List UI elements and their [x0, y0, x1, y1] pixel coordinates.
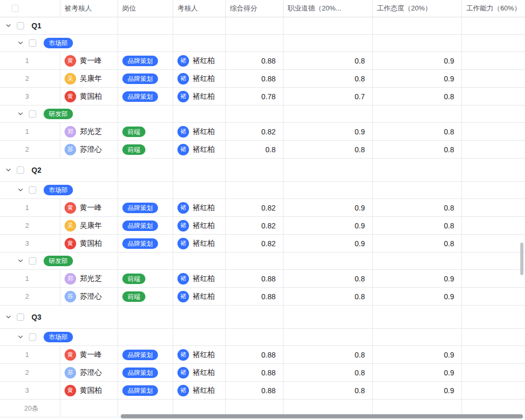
row-index: 3: [4, 239, 29, 247]
score-cell: 0.82: [226, 123, 284, 140]
table-row[interactable]: 3黄黄国柏品牌策划褚褚红柏0.780.70.8: [0, 88, 525, 106]
table-row[interactable]: 2苏苏澄心前端褚褚红柏0.880.80.9: [0, 288, 525, 306]
assessee-name: 吴康年: [80, 221, 102, 230]
header-cell-ethics[interactable]: 职业道德（20%...: [284, 0, 373, 17]
assessee-name: 黄国柏: [80, 386, 102, 395]
assessor-name: 褚红柏: [193, 350, 215, 360]
assessee-cell: 黄黄国柏: [60, 88, 118, 105]
header-cell-position[interactable]: 岗位: [118, 0, 173, 17]
empty-cell: [226, 182, 284, 198]
empty-cell: [284, 329, 373, 345]
ethics-cell: 0.9: [284, 217, 373, 234]
score-cell: 0.8: [226, 141, 284, 158]
chevron-down-icon[interactable]: [17, 258, 24, 264]
table-row[interactable]: 2苏苏澄心品牌策划褚褚红柏0.880.80.9: [0, 364, 525, 382]
attitude-cell: 0.8: [373, 88, 462, 105]
table-row[interactable]: 1黄黄一峰品牌策划褚褚红柏0.820.90.8: [0, 199, 525, 217]
position-badge: 品牌策划: [122, 238, 158, 249]
ethics-cell: 0.8: [284, 364, 373, 381]
table-row[interactable]: 2苏苏澄心前端褚褚红柏0.80.80.8: [0, 141, 525, 159]
empty-cell: [173, 17, 226, 34]
ethics-cell: 0.9: [284, 199, 373, 216]
assessor-cell: 褚褚红柏: [173, 364, 226, 381]
chevron-down-icon[interactable]: [5, 314, 12, 320]
table-row[interactable]: 2吴吴康年品牌策划褚褚红柏0.880.80.9: [0, 70, 525, 88]
row-index-cell: 1: [0, 270, 60, 287]
header-cell-score[interactable]: 综合得分: [226, 0, 284, 17]
row-checkbox[interactable]: [29, 186, 36, 194]
table-row[interactable]: 3黄黄国柏品牌策划褚褚红柏0.880.80.9: [0, 382, 525, 400]
header-cell-assessor[interactable]: 考核人: [173, 0, 226, 17]
row-checkbox[interactable]: [29, 333, 36, 341]
assessor-cell: 褚褚红柏: [173, 52, 226, 69]
row-index: 1: [4, 275, 29, 282]
ability-cell: [462, 199, 525, 216]
table-row[interactable]: 2吴吴康年品牌策划褚褚红柏0.820.90.8: [0, 217, 525, 235]
chevron-down-icon[interactable]: [17, 111, 24, 117]
ability-cell: [462, 382, 525, 399]
assessee-cell: 黄黄国柏: [60, 382, 118, 399]
avatar: 黄: [65, 238, 76, 249]
position-badge: 前端: [122, 144, 145, 155]
row-index-cell: 2: [0, 141, 60, 158]
column-label: 考核人: [177, 4, 198, 13]
horizontal-scrollbar[interactable]: [121, 414, 523, 418]
table-row[interactable]: 1郑郑光芝前端褚褚红柏0.880.80.9: [0, 270, 525, 288]
avatar: 褚: [177, 238, 189, 249]
group-cell: 市场部: [0, 182, 118, 198]
table-row[interactable]: 3黄黄国柏品牌策划褚褚红柏0.820.90.8: [0, 235, 525, 253]
assessee-cell: 苏苏澄心: [60, 141, 118, 158]
position-cell: 品牌策划: [118, 346, 173, 363]
chevron-down-icon[interactable]: [17, 40, 24, 46]
row-checkbox[interactable]: [17, 166, 24, 174]
select-all-checkbox[interactable]: [12, 5, 19, 12]
assessor-name: 褚红柏: [193, 221, 215, 230]
ethics-cell: 0.8: [284, 382, 373, 399]
chevron-down-icon[interactable]: [17, 187, 24, 193]
group-cell: Q1: [0, 17, 118, 34]
assessor-cell: 褚褚红柏: [173, 235, 226, 252]
ethics-cell: 0.8: [284, 70, 373, 87]
row-checkbox[interactable]: [29, 257, 36, 265]
table-row[interactable]: 1郑郑光芝前端褚褚红柏0.820.90.8: [0, 123, 525, 141]
avatar: 褚: [177, 291, 189, 302]
assessor-cell: 褚褚红柏: [173, 199, 226, 216]
column-label: 综合得分: [230, 4, 257, 13]
empty-cell: [284, 106, 373, 122]
ability-cell: [462, 270, 525, 287]
position-cell: 品牌策划: [118, 382, 173, 399]
assessee-name: 郑光芝: [80, 274, 102, 284]
table-row[interactable]: 1黄黄一峰品牌策划褚褚红柏0.880.80.9: [0, 52, 525, 70]
header-cell-assessee[interactable]: 被考核人: [60, 0, 118, 17]
assessee-name: 黄国柏: [80, 92, 102, 101]
assessor-name: 褚红柏: [193, 92, 215, 101]
group-row-quarter: Q3: [0, 306, 525, 329]
position-cell: 品牌策划: [118, 70, 173, 87]
score-cell: 0.88: [226, 288, 284, 305]
score-cell: 0.88: [226, 346, 284, 363]
assessor-cell: 褚褚红柏: [173, 346, 226, 363]
ability-cell: [462, 123, 525, 140]
header-cell-attitude[interactable]: 工作态度（20%）: [373, 0, 462, 17]
avatar: 褚: [177, 385, 189, 396]
row-checkbox[interactable]: [29, 110, 36, 118]
avatar: 郑: [65, 126, 76, 138]
empty-cell: [462, 253, 525, 269]
table-row[interactable]: 1黄黄一峰品牌策划褚褚红柏0.880.80.9: [0, 346, 525, 364]
empty-cell: [173, 329, 226, 345]
row-checkbox[interactable]: [17, 313, 24, 321]
vertical-scrollbar[interactable]: [520, 243, 523, 275]
header-cell-ability[interactable]: 工作能力（60%）: [462, 0, 525, 17]
chevron-down-icon[interactable]: [5, 167, 12, 173]
row-checkbox[interactable]: [17, 22, 24, 29]
empty-cell: [462, 182, 525, 198]
row-checkbox[interactable]: [29, 39, 36, 47]
header-cell-select: [0, 0, 60, 17]
ability-cell: [462, 52, 525, 69]
group-label: Q2: [32, 166, 41, 174]
assessor-name: 褚红柏: [193, 145, 215, 154]
chevron-down-icon[interactable]: [5, 23, 12, 29]
group-row-dept: 研发部: [0, 253, 525, 270]
chevron-down-icon[interactable]: [17, 334, 24, 340]
score-cell: 0.88: [226, 70, 284, 87]
